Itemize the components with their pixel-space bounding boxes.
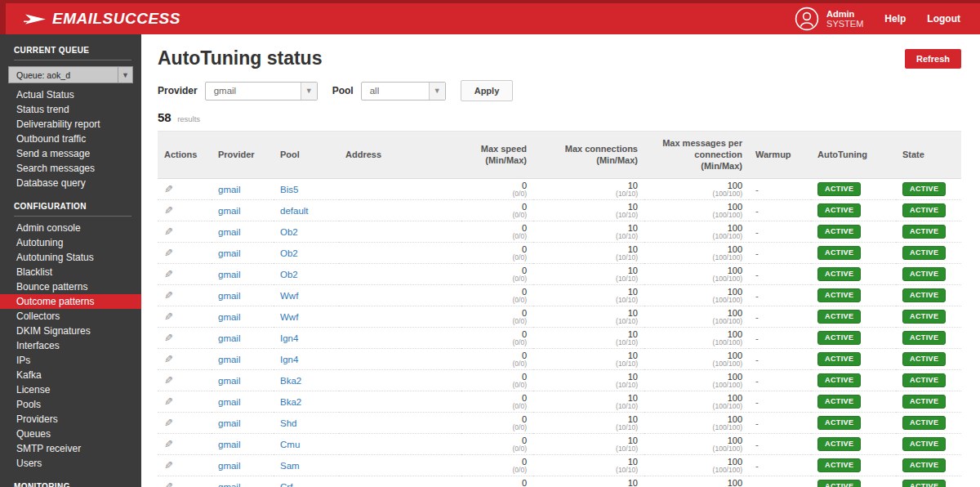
sidebar-item-interfaces[interactable]: Interfaces — [0, 338, 141, 353]
pool-link[interactable]: Cmu — [280, 440, 300, 449]
edit-icon[interactable]: ✎ — [164, 374, 173, 386]
warmup-cell: - — [749, 179, 811, 200]
sidebar-item-database-query[interactable]: Database query — [0, 176, 141, 190]
sidebar-item-search-messages[interactable]: Search messages — [0, 161, 141, 176]
edit-icon[interactable]: ✎ — [164, 268, 173, 280]
sidebar-item-bounce-patterns[interactable]: Bounce patterns — [0, 279, 141, 294]
edit-icon[interactable]: ✎ — [164, 353, 173, 365]
sidebar-item-smtp-receiver[interactable]: SMTP receiver — [0, 441, 141, 456]
sidebar-item-collectors[interactable]: Collectors — [0, 309, 141, 324]
edit-icon[interactable]: ✎ — [164, 204, 173, 217]
sidebar-item-blacklist[interactable]: Blacklist — [0, 265, 141, 279]
max-speed-cell: 0(0/0) — [461, 179, 533, 200]
sidebar-item-kafka[interactable]: Kafka — [0, 368, 141, 382]
queue-select[interactable]: Queue: aok_d ▼ — [8, 66, 133, 83]
help-link[interactable]: Help — [884, 13, 906, 25]
edit-icon[interactable]: ✎ — [164, 459, 173, 471]
sidebar-item-providers[interactable]: Providers — [0, 412, 141, 427]
apply-button[interactable]: Apply — [461, 80, 514, 101]
max-speed-cell: 0(0/0) — [461, 221, 533, 243]
pool-select[interactable]: all ▼ — [361, 82, 446, 101]
sidebar-item-admin-console[interactable]: Admin console — [0, 221, 141, 235]
user-menu[interactable]: Admin SYSTEM — [795, 7, 863, 31]
sidebar-item-outbound-traffic[interactable]: Outbound traffic — [0, 132, 141, 146]
provider-link[interactable]: gmail — [218, 376, 240, 386]
provider-link[interactable]: gmail — [218, 440, 240, 449]
sidebar-item-users[interactable]: Users — [0, 456, 141, 471]
warmup-cell: - — [749, 221, 811, 243]
address-cell — [339, 455, 461, 476]
provider-link[interactable]: gmail — [218, 270, 240, 279]
address-cell — [339, 221, 461, 243]
edit-icon[interactable]: ✎ — [164, 247, 173, 259]
pool-link[interactable]: Shd — [280, 418, 296, 428]
pool-link[interactable]: Ign4 — [280, 355, 298, 364]
provider-link[interactable]: gmail — [218, 333, 240, 343]
sidebar-item-outcome-patterns[interactable]: Outcome patterns — [0, 294, 141, 309]
pool-link[interactable]: Wwf — [280, 291, 298, 301]
sidebar-section-title: CONFIGURATION — [14, 202, 131, 217]
max-connections-cell: 10(10/10) — [533, 413, 644, 434]
pool-link[interactable]: default — [280, 206, 309, 216]
paper-plane-icon — [24, 12, 47, 26]
sidebar-item-license[interactable]: License — [0, 382, 141, 397]
pool-link[interactable]: Ob2 — [280, 248, 298, 258]
pool-link[interactable]: Wwf — [280, 312, 298, 322]
provider-link[interactable]: gmail — [218, 418, 240, 428]
pool-link[interactable]: Ign4 — [280, 333, 298, 343]
sidebar-item-queues[interactable]: Queues — [0, 427, 141, 441]
edit-icon[interactable]: ✎ — [164, 311, 173, 323]
max-messages-cell: 100(100/100) — [644, 285, 749, 306]
edit-icon[interactable]: ✎ — [164, 417, 173, 429]
provider-link[interactable]: gmail — [218, 248, 240, 258]
warmup-cell: - — [749, 264, 811, 285]
pool-link[interactable]: Bka2 — [280, 397, 301, 407]
provider-link[interactable]: gmail — [218, 206, 240, 216]
max-connections-cell: 10(10/10) — [533, 328, 644, 349]
edit-icon[interactable]: ✎ — [164, 289, 173, 302]
pool-link[interactable]: Bka2 — [280, 376, 301, 386]
provider-link[interactable]: gmail — [218, 482, 240, 487]
autotuning-table: Actions Provider Pool Address Max speed(… — [158, 131, 961, 487]
provider-link[interactable]: gmail — [218, 461, 240, 471]
sidebar-section: MONITORING Errors — [0, 482, 141, 487]
page-title: AutoTuning status — [158, 47, 322, 69]
edit-icon[interactable]: ✎ — [164, 480, 173, 487]
sidebar-section: CURRENT QUEUE Queue: aok_d ▼ Actual Stat… — [0, 46, 141, 190]
provider-select[interactable]: gmail ▼ — [205, 82, 318, 101]
pool-link[interactable]: Ob2 — [280, 270, 298, 279]
sidebar-item-ips[interactable]: IPs — [0, 353, 141, 368]
sidebar-item-dkim-signatures[interactable]: DKIM Signatures — [0, 324, 141, 338]
provider-link[interactable]: gmail — [218, 312, 240, 322]
table-header-row: Actions Provider Pool Address Max speed(… — [158, 132, 961, 179]
sidebar-item-deliverability-report[interactable]: Deliverability report — [0, 117, 141, 132]
max-connections-cell: 10(10/10) — [533, 391, 644, 413]
address-cell — [339, 328, 461, 349]
edit-icon[interactable]: ✎ — [164, 183, 173, 195]
max-speed-cell: 0(0/0) — [461, 413, 533, 434]
edit-icon[interactable]: ✎ — [164, 438, 173, 450]
pool-link[interactable]: Crf — [280, 482, 292, 487]
sidebar-item-autotuning[interactable]: Autotuning — [0, 235, 141, 250]
sidebar-item-autotuning-status[interactable]: Autotuning Status — [0, 250, 141, 265]
provider-link[interactable]: gmail — [218, 227, 240, 237]
provider-link[interactable]: gmail — [218, 355, 240, 364]
provider-link[interactable]: gmail — [218, 291, 240, 301]
warmup-cell: - — [749, 328, 811, 349]
edit-icon[interactable]: ✎ — [164, 226, 173, 238]
pool-link[interactable]: Sam — [280, 461, 300, 471]
sidebar-item-actual-status[interactable]: Actual Status — [0, 87, 141, 102]
sidebar-item-status-trend[interactable]: Status trend — [0, 102, 141, 117]
provider-link[interactable]: gmail — [218, 185, 240, 194]
max-messages-cell: 100(100/100) — [644, 370, 749, 391]
sidebar-item-send-a-message[interactable]: Send a message — [0, 146, 141, 161]
refresh-button[interactable]: Refresh — [905, 49, 961, 69]
edit-icon[interactable]: ✎ — [164, 332, 173, 344]
sidebar-item-pools[interactable]: Pools — [0, 397, 141, 412]
state-badge: ACTIVE — [902, 288, 946, 302]
provider-link[interactable]: gmail — [218, 397, 240, 407]
pool-link[interactable]: Bis5 — [280, 185, 298, 194]
edit-icon[interactable]: ✎ — [164, 395, 173, 408]
logout-link[interactable]: Logout — [927, 13, 960, 25]
pool-link[interactable]: Ob2 — [280, 227, 298, 237]
